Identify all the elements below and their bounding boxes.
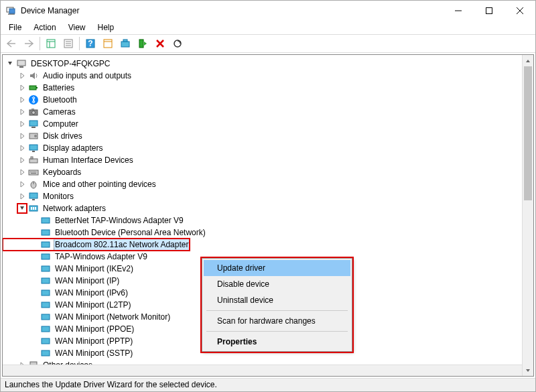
expand-icon[interactable] [17,95,27,105]
nic-icon [40,287,51,298]
show-hide-console-button[interactable] [43,36,59,52]
svg-rect-42 [31,172,32,172]
collapse-icon[interactable] [5,59,15,68]
action-button[interactable] [100,36,116,52]
svg-text:?: ? [88,39,92,48]
vertical-scrollbar[interactable] [522,55,533,376]
nic-icon [40,215,51,226]
scroll-up-icon[interactable] [523,55,533,66]
keyboard-icon [28,167,39,178]
expand-icon[interactable] [17,155,27,165]
tree-cat-other[interactable]: Other devices [3,359,522,365]
svg-rect-61 [42,290,50,296]
back-button[interactable] [3,36,19,52]
ctx-scan-hardware[interactable]: Scan for hardware changes [204,313,350,329]
camera-icon [28,107,39,117]
close-button[interactable] [505,1,535,21]
svg-rect-56 [42,230,50,235]
svg-rect-18 [121,42,129,47]
expand-icon[interactable] [17,192,27,201]
menu-view[interactable]: View [63,21,91,34]
svg-point-35 [34,135,37,137]
svg-rect-54 [35,207,36,210]
tree-cat-cameras[interactable]: Cameras [3,106,522,118]
expand-icon[interactable] [17,71,27,80]
computer-icon [28,119,39,129]
tree-cat-keyboards[interactable]: Keyboards [3,166,522,178]
svg-rect-65 [42,338,50,344]
svg-rect-55 [42,218,50,223]
menu-file[interactable]: File [3,21,27,34]
nic-icon [40,312,51,322]
svg-rect-45 [36,172,36,172]
svg-rect-53 [33,207,34,210]
tree-cat-disks[interactable]: Disk drives [3,130,522,142]
svg-rect-49 [29,193,38,198]
bluetooth-icon [28,94,39,105]
svg-rect-64 [42,326,50,332]
svg-rect-27 [36,87,38,88]
minimize-button[interactable] [443,1,474,21]
expand-icon[interactable] [17,83,27,92]
maximize-button[interactable] [474,1,505,21]
svg-rect-26 [29,86,36,90]
scan-hardware-button[interactable] [170,36,186,52]
ctx-disable-device[interactable]: Disable device [204,276,350,292]
enable-device-button[interactable] [135,36,151,52]
ctx-properties[interactable]: Properties [204,334,350,350]
disk-icon [28,131,39,141]
scroll-down-icon[interactable] [523,365,533,376]
tree-cat-monitors[interactable]: Monitors [3,190,522,202]
svg-rect-20 [139,40,143,48]
uninstall-device-button[interactable] [152,36,168,52]
nic-icon [40,275,51,286]
svg-rect-16 [104,40,112,48]
statusbar: Launches the Update Driver Wizard for th… [1,378,535,391]
expand-icon[interactable] [17,143,27,153]
scroll-thumb[interactable] [524,66,532,200]
tree-cat-hid[interactable]: Human Interface Devices [3,154,522,166]
expand-icon[interactable] [17,168,27,177]
tree-cat-network[interactable]: Network adapters [3,202,522,214]
expand-icon[interactable] [17,131,27,141]
svg-rect-32 [29,121,38,126]
svg-rect-59 [42,266,50,271]
update-driver-button[interactable] [117,36,133,52]
menu-help[interactable]: Help [92,21,120,34]
svg-rect-4 [486,8,492,14]
svg-rect-31 [31,109,34,110]
tree-cat-bluetooth[interactable]: Bluetooth [3,94,522,106]
tree-network-adapter-selected[interactable]: Broadcom 802.11ac Network Adapter [3,239,190,251]
tree-cat-batteries[interactable]: Batteries [3,82,522,94]
svg-rect-38 [29,159,38,163]
tree-network-adapter[interactable]: Bluetooth Device (Personal Area Network) [3,226,522,239]
display-icon [28,143,39,153]
horizontal-scrollbar[interactable] [3,365,522,376]
svg-rect-24 [17,60,25,66]
battery-icon [28,82,39,93]
expand-icon[interactable] [17,119,27,129]
expand-icon[interactable] [17,180,27,189]
expand-icon[interactable] [17,107,27,117]
svg-rect-33 [31,127,36,128]
tree-cat-computer[interactable]: Computer [3,118,522,130]
tree-cat-audio[interactable]: Audio inputs and outputs [3,70,522,82]
nic-icon [40,324,51,334]
ctx-update-driver[interactable]: Update driver [204,260,350,276]
svg-rect-39 [31,157,33,159]
collapse-icon[interactable] [17,204,27,213]
svg-rect-41 [30,172,31,172]
menu-action[interactable]: Action [28,21,61,34]
statusbar-text: Launches the Update Driver Wizard for th… [5,380,217,389]
tree-root[interactable]: DESKTOP-4FQKGPC [3,58,522,70]
tree-network-adapter[interactable]: BetterNet TAP-Windows Adapter V9 [3,214,522,226]
tree-cat-display[interactable]: Display adapters [3,142,522,154]
toolbar-separator [79,37,80,50]
toolbar-separator [40,37,40,50]
ctx-uninstall-device[interactable]: Uninstall device [204,292,350,308]
properties-button[interactable] [60,36,76,52]
monitor-icon [28,191,39,202]
help-button[interactable]: ? [82,36,98,52]
tree-cat-mice[interactable]: Mice and other pointing devices [3,178,522,190]
forward-button[interactable] [21,36,37,52]
